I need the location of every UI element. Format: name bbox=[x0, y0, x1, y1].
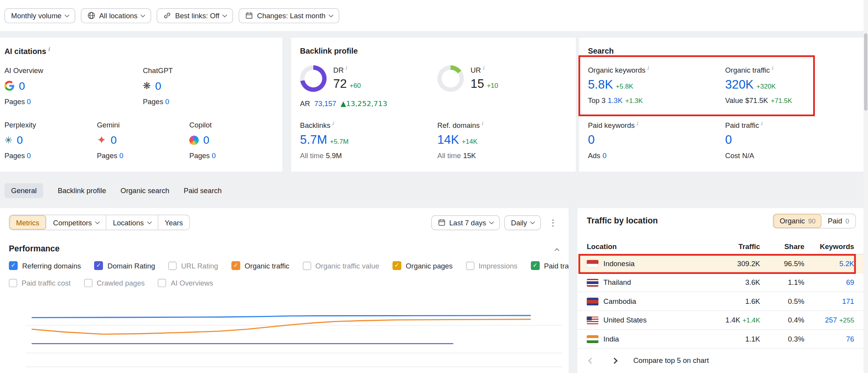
date-range-dropdown[interactable]: Last 7 days bbox=[431, 215, 500, 230]
metric-checkbox-organic-pages[interactable]: Organic pages bbox=[393, 261, 453, 270]
backlinks-link[interactable]: 5.7M bbox=[300, 133, 327, 147]
united-states-flag-icon bbox=[587, 316, 599, 324]
chevron-right-icon bbox=[611, 357, 618, 364]
ai-overview-count[interactable]: 0 bbox=[19, 79, 25, 92]
changes-period-label: Changes: Last month bbox=[257, 11, 325, 19]
ref-domains-delta: +14K bbox=[462, 138, 477, 146]
keywords-link[interactable]: 76 bbox=[846, 335, 854, 343]
perplexity-count[interactable]: 0 bbox=[17, 133, 23, 146]
organic-traffic-stat: Organic traffic 320K+320K Value$71.5K+71… bbox=[725, 65, 856, 105]
ur-delta: +10 bbox=[487, 82, 498, 90]
ahrefs-rank-link[interactable]: 73,157 bbox=[314, 99, 336, 108]
paid-traffic-link[interactable]: 0 bbox=[725, 133, 732, 147]
copilot-metric: Copilot 0 Pages 0 bbox=[189, 120, 282, 160]
info-icon bbox=[46, 47, 50, 56]
view-segmented-control: Metrics Competitors Locations Years bbox=[9, 215, 190, 230]
organic-toggle-button[interactable]: Organic90 bbox=[774, 214, 822, 228]
volume-mode-dropdown[interactable]: Monthly volume bbox=[4, 8, 75, 23]
ref-domains-stat: Ref. domains 14K+14K All time15K bbox=[437, 120, 565, 160]
tab-backlink-profile[interactable]: Backlink profile bbox=[58, 183, 106, 198]
tab-organic-search[interactable]: Organic search bbox=[121, 183, 169, 198]
metrics-tab[interactable]: Metrics bbox=[9, 215, 46, 230]
best-links-dropdown[interactable]: Best links: Off bbox=[157, 8, 233, 23]
changes-period-dropdown[interactable]: Changes: Last month bbox=[239, 8, 339, 23]
metric-checkbox-crawled-pages[interactable]: Crawled pages bbox=[84, 279, 145, 287]
search-panel: Search Organic keywords 5.8K+5.8K Top 31… bbox=[579, 38, 864, 172]
tab-paid-search[interactable]: Paid search bbox=[184, 183, 222, 198]
chevron-left-icon bbox=[588, 357, 594, 364]
checkbox-icon bbox=[84, 279, 92, 287]
chatgpt-pages-link[interactable]: 0 bbox=[165, 98, 169, 106]
next-page-button[interactable] bbox=[610, 354, 619, 367]
tab-general[interactable]: General bbox=[4, 183, 43, 198]
organic-keywords-link[interactable]: 5.8K bbox=[588, 78, 613, 92]
vertical-scrollbar[interactable] bbox=[864, 0, 868, 373]
chatgpt-metric: ChatGPT ❋ 0 Pages 0 bbox=[143, 66, 281, 106]
calendar-icon bbox=[438, 219, 445, 227]
scrollbar-thumb[interactable] bbox=[864, 33, 868, 110]
years-tab[interactable]: Years bbox=[158, 215, 190, 230]
metric-checkbox-ai-overviews[interactable]: AI Overviews bbox=[158, 279, 213, 287]
locations-filter-dropdown[interactable]: All locations bbox=[81, 8, 151, 23]
keywords-link[interactable]: 171 bbox=[842, 297, 854, 305]
metric-checkbox-organic-traffic-value[interactable]: Organic traffic value bbox=[302, 261, 379, 270]
perplexity-icon: ✳ bbox=[4, 135, 12, 145]
chart-line-referring-domains bbox=[32, 315, 531, 317]
chatgpt-icon: ❋ bbox=[143, 81, 150, 91]
chatgpt-count[interactable]: 0 bbox=[155, 79, 161, 92]
backlinks-delta: +5.7M bbox=[330, 138, 349, 146]
checkbox-icon bbox=[302, 261, 311, 270]
organic-traffic-link[interactable]: 320K bbox=[725, 78, 754, 92]
ref-domains-link[interactable]: 14K bbox=[437, 133, 459, 147]
collapse-section-button[interactable] bbox=[555, 246, 559, 254]
checkbox-icon bbox=[393, 261, 402, 270]
location-row-united-states[interactable]: United States 1.4K+1.4K 0.4% 257+255 bbox=[577, 311, 863, 329]
metric-checkbox-impressions[interactable]: Impressions bbox=[466, 261, 517, 270]
chart-line-organic-traffic bbox=[32, 319, 531, 334]
keywords-link[interactable]: 69 bbox=[846, 278, 854, 286]
location-row-thailand[interactable]: Thailand 3.6K 1.1% 69 bbox=[577, 274, 863, 292]
metric-checkbox-url-rating[interactable]: URL Rating bbox=[168, 261, 218, 270]
info-icon bbox=[480, 121, 483, 129]
keywords-link[interactable]: 5.2K bbox=[839, 260, 854, 268]
more-options-button[interactable] bbox=[545, 216, 561, 229]
checkbox-icon bbox=[531, 261, 540, 270]
compare-top5-link[interactable]: Compare top 5 on chart bbox=[633, 356, 709, 364]
metric-checkbox-paid-traffic[interactable]: Paid traffic bbox=[531, 261, 568, 270]
info-icon bbox=[635, 121, 638, 129]
prev-page-button[interactable] bbox=[587, 354, 596, 367]
location-row-cambodia[interactable]: Cambodia 1.6K 0.5% 171 bbox=[577, 292, 863, 311]
gemini-pages-link[interactable]: 0 bbox=[119, 152, 123, 160]
metric-checkbox-organic-traffic[interactable]: Organic traffic bbox=[231, 261, 289, 270]
metric-toggles-row-2: Paid traffic cost Crawled pages AI Overv… bbox=[9, 279, 213, 287]
ads-link[interactable]: 0 bbox=[603, 152, 606, 160]
chevron-down-icon bbox=[147, 219, 152, 224]
chevron-down-icon bbox=[489, 219, 494, 224]
backlink-profile-title: Backlink profile bbox=[300, 47, 358, 56]
locations-dropdown[interactable]: Locations bbox=[106, 215, 158, 230]
metric-checkbox-referring-domains[interactable]: Referring domains bbox=[9, 261, 81, 270]
location-row-india[interactable]: India 1.1K 0.3% 76 bbox=[577, 330, 863, 349]
organic-keywords-stat: Organic keywords 5.8K+5.8K Top 31.3K+1.3… bbox=[588, 65, 718, 105]
copilot-count[interactable]: 0 bbox=[203, 133, 210, 146]
traffic-by-location-panel: Traffic by location Organic90 Paid0 Loca… bbox=[577, 208, 863, 373]
competitors-dropdown[interactable]: Competitors bbox=[46, 215, 106, 230]
keywords-link[interactable]: 257 bbox=[825, 316, 837, 324]
backlinks-stat: Backlinks 5.7M+5.7M All time5.9M bbox=[300, 120, 428, 160]
google-icon bbox=[4, 81, 14, 91]
ai-overview-pages-link[interactable]: 0 bbox=[27, 98, 31, 106]
gemini-count[interactable]: 0 bbox=[110, 133, 117, 146]
paid-keywords-link[interactable]: 0 bbox=[588, 133, 594, 147]
top3-keywords-link[interactable]: 1.3K bbox=[608, 96, 622, 105]
ahrefs-rank-delta: ▲13,252,713 bbox=[341, 99, 387, 108]
metric-checkbox-paid-traffic-cost[interactable]: Paid traffic cost bbox=[9, 279, 71, 287]
copilot-pages-link[interactable]: 0 bbox=[212, 152, 216, 160]
url-rating-donut bbox=[437, 65, 464, 92]
metric-checkbox-domain-rating[interactable]: Domain Rating bbox=[94, 261, 155, 270]
location-row-indonesia[interactable]: Indonesia 309.2K 96.5% 5.2K bbox=[577, 254, 863, 273]
chevron-down-icon bbox=[223, 12, 227, 17]
perplexity-pages-link[interactable]: 0 bbox=[27, 152, 31, 160]
paid-toggle-button[interactable]: Paid0 bbox=[822, 214, 855, 228]
granularity-dropdown[interactable]: Daily bbox=[504, 215, 541, 230]
chevron-down-icon bbox=[65, 12, 69, 17]
